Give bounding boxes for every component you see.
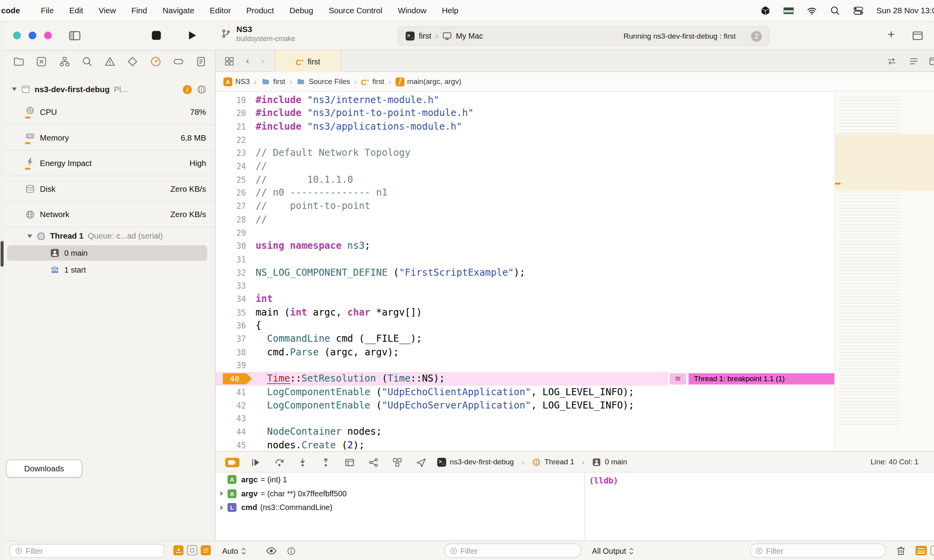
code-text[interactable]: nodes.Create (2); bbox=[256, 439, 365, 451]
menu-item-file[interactable]: File bbox=[33, 6, 62, 15]
info-icon[interactable] bbox=[286, 546, 296, 558]
navigator-tab-reports-icon[interactable] bbox=[195, 56, 207, 67]
menu-item-find[interactable]: Find bbox=[123, 6, 155, 15]
stop-button[interactable] bbox=[152, 31, 161, 40]
related-items-icon[interactable] bbox=[224, 56, 234, 66]
disclosure-triangle-icon[interactable] bbox=[220, 505, 224, 510]
run-button[interactable] bbox=[186, 29, 198, 42]
gutter-line-number[interactable]: 26 bbox=[216, 186, 246, 200]
code-text[interactable]: NodeContainer nodes; bbox=[256, 425, 382, 439]
menu-item-product[interactable]: Product bbox=[238, 6, 282, 15]
gutter-line-number[interactable]: 37 bbox=[216, 332, 246, 346]
variable-row-argc[interactable]: Aargc= (int) 1 bbox=[216, 473, 584, 487]
navigator-tab-issues-icon[interactable] bbox=[104, 56, 116, 67]
code-text[interactable]: // 10.1.1.0 bbox=[256, 173, 353, 186]
back-button[interactable]: ‹ bbox=[245, 55, 249, 66]
gutter-line-number[interactable]: 44 bbox=[216, 425, 246, 439]
variable-row-cmd[interactable]: Lcmd(ns3::CommandLine) bbox=[216, 501, 584, 515]
gauge-row-network[interactable]: NetworkZero KB/s bbox=[5, 202, 216, 228]
stack-frame-start[interactable]: 1 start bbox=[5, 261, 216, 278]
gutter-line-number[interactable]: 38 bbox=[216, 346, 246, 359]
run-destination-selector[interactable]: My Mac bbox=[456, 32, 483, 41]
debug-crumb-thread[interactable]: Thread 1 bbox=[544, 458, 574, 466]
thread-row[interactable]: Thread 1 Queue: c...ad (serial) bbox=[27, 228, 206, 244]
variable-row-argv[interactable]: Aargv= (char **) 0x7ffeefbff500 bbox=[216, 487, 584, 501]
menu-item-source-control[interactable]: Source Control bbox=[321, 6, 390, 15]
stack-frame-main[interactable]: 0 main bbox=[5, 244, 216, 261]
tab-first[interactable]: C+ first bbox=[275, 51, 342, 72]
navigator-tab-debug-icon[interactable] bbox=[150, 56, 161, 67]
step-into-icon[interactable] bbox=[297, 457, 308, 471]
flat-list-toggle-icon[interactable] bbox=[187, 545, 197, 555]
breadcrumb-1[interactable]: ANS3 bbox=[224, 77, 250, 86]
navigator-filter-field[interactable]: Filter bbox=[9, 544, 164, 558]
close-window-button[interactable] bbox=[13, 32, 21, 39]
code-text[interactable]: LogComponentEnable ("UdpEchoServerApplic… bbox=[256, 399, 634, 412]
simulate-location-icon[interactable] bbox=[416, 457, 426, 471]
breakpoint-indicator[interactable]: 40 bbox=[223, 373, 252, 384]
step-over-icon[interactable] bbox=[274, 457, 284, 471]
code-text[interactable]: // n0 -------------- n1 bbox=[256, 186, 388, 200]
gutter-line-number[interactable]: 28 bbox=[216, 213, 246, 226]
keyboard-input-flag-icon[interactable] bbox=[784, 7, 794, 14]
minimize-window-button[interactable] bbox=[29, 32, 36, 39]
debug-crumb-frame[interactable]: 0 main bbox=[605, 458, 627, 466]
navigator-tab-project-icon[interactable] bbox=[13, 56, 25, 67]
gutter-line-number[interactable]: 22 bbox=[216, 133, 246, 146]
gutter-line-number[interactable]: 45 bbox=[216, 439, 246, 451]
minimap[interactable] bbox=[834, 92, 934, 451]
debug-process-row[interactable]: ns3-dev-first-debug Pl... bbox=[12, 82, 208, 97]
console-pane-toggle-icon[interactable] bbox=[916, 546, 927, 555]
breadcrumb-4[interactable]: C+first bbox=[361, 77, 385, 86]
breakpoint-annotation-handle[interactable]: ≡ bbox=[669, 373, 686, 384]
navigator-tab-find-icon[interactable] bbox=[81, 56, 93, 67]
editor-swap-icon[interactable] bbox=[886, 56, 897, 66]
code-text[interactable]: #include "ns3/point-to-point-module.h" bbox=[256, 107, 474, 120]
gutter-line-number[interactable]: 23 bbox=[216, 146, 246, 160]
spotlight-search-icon[interactable] bbox=[830, 5, 841, 16]
step-out-icon[interactable] bbox=[320, 457, 331, 471]
code-text[interactable]: { bbox=[256, 319, 261, 332]
gauge-filter-toggle-icon[interactable] bbox=[174, 545, 184, 555]
code-text[interactable]: #include "ns3/applications-module.h" bbox=[256, 120, 462, 133]
continue-execution-icon[interactable] bbox=[250, 457, 261, 471]
gutter-line-number[interactable]: 39 bbox=[216, 359, 246, 372]
code-text[interactable]: // Default Network Topology bbox=[256, 146, 410, 160]
info-icon[interactable]: i bbox=[183, 85, 192, 94]
breadcrumb-3[interactable]: Source Files bbox=[296, 77, 350, 86]
scheme-selector[interactable]: first bbox=[419, 32, 431, 41]
gutter-line-number[interactable]: 34 bbox=[216, 292, 246, 306]
issue-count-badge[interactable]: 2 bbox=[751, 30, 762, 41]
code-text[interactable]: // point-to-point bbox=[256, 200, 370, 213]
gutter-line-number[interactable]: 21 bbox=[216, 120, 246, 133]
menu-item-editor[interactable]: Editor bbox=[202, 6, 238, 15]
variables-filter-field[interactable]: Filter bbox=[444, 544, 582, 558]
memory-graph-icon[interactable] bbox=[368, 457, 379, 471]
gutter-line-number[interactable]: 32 bbox=[216, 266, 246, 279]
view-ui-hierarchy-icon[interactable] bbox=[344, 457, 355, 471]
gutter-line-number[interactable]: 31 bbox=[216, 253, 246, 266]
navigator-tab-breakpoints-icon[interactable] bbox=[173, 56, 184, 67]
breakpoints-toggle-button[interactable] bbox=[225, 458, 240, 467]
navigator-tab-tests-icon[interactable] bbox=[127, 56, 138, 67]
code-text[interactable]: // bbox=[256, 160, 267, 173]
disclosure-chevron-icon[interactable] bbox=[12, 87, 16, 91]
gutter-line-number[interactable]: 36 bbox=[216, 319, 246, 332]
gutter-line-number[interactable]: 24 bbox=[216, 160, 246, 173]
console-filter-field[interactable]: Filter bbox=[750, 544, 886, 558]
debug-pane-toggle-icon[interactable] bbox=[930, 546, 934, 555]
app-menu-title[interactable]: code bbox=[0, 6, 20, 15]
menu-item-view[interactable]: View bbox=[91, 6, 124, 15]
threads-ring-icon[interactable] bbox=[197, 84, 207, 95]
gauge-row-energy-impact[interactable]: Energy ImpactHigh bbox=[5, 151, 216, 177]
code-text[interactable]: cmd.Parse (argc, argv); bbox=[256, 346, 399, 359]
gutter-line-number[interactable]: 42 bbox=[216, 399, 246, 412]
control-center-icon[interactable] bbox=[853, 5, 864, 16]
navigator-tab-source-control-icon[interactable] bbox=[36, 56, 47, 67]
disclosure-chevron-icon[interactable] bbox=[27, 234, 32, 238]
add-editor-icon[interactable] bbox=[929, 56, 934, 66]
window-edge-handle[interactable] bbox=[1, 241, 4, 267]
zoom-window-button[interactable] bbox=[44, 32, 52, 39]
gutter-line-number[interactable]: 33 bbox=[216, 279, 246, 292]
console-output-selector[interactable]: All Output bbox=[592, 541, 634, 560]
